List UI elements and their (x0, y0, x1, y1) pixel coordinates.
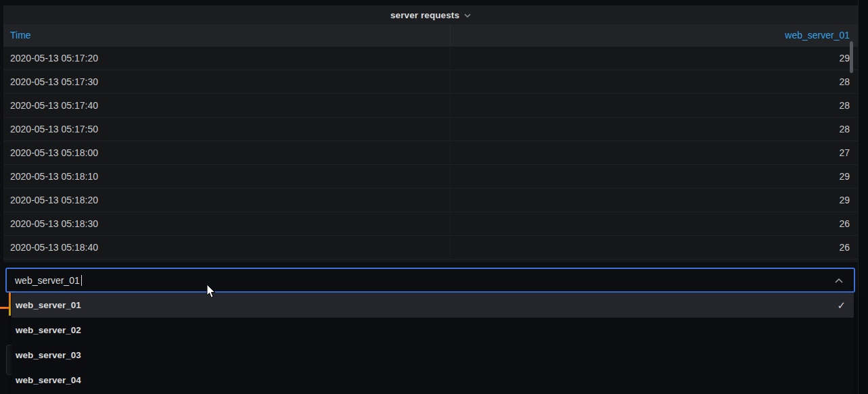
value-cell: 29 (450, 189, 858, 212)
dropdown-option[interactable]: web_server_01✓ (12, 293, 854, 318)
value-cell: 26 (450, 212, 858, 235)
value-cell: 28 (450, 94, 858, 117)
page-right-margin (858, 0, 868, 394)
chevron-down-icon (464, 14, 471, 18)
table-row: 2020-05-13 05:17:2029 (3, 47, 858, 70)
panel-header-menu[interactable]: server requests (3, 5, 858, 24)
dropdown-option[interactable]: web_server_03 (12, 343, 854, 368)
dropdown-option-label: web_server_03 (16, 343, 854, 368)
time-cell: 2020-05-13 05:18:40 (3, 242, 450, 253)
time-cell: 2020-05-13 05:17:20 (3, 53, 450, 64)
table-header: Time web_server_01 (3, 24, 858, 47)
time-cell: 2020-05-13 05:17:30 (3, 76, 450, 87)
server-requests-panel: server requests Time web_server_01 2020-… (3, 5, 858, 262)
table-row: 2020-05-13 05:17:4028 (3, 94, 858, 118)
table-row: 2020-05-13 05:18:4026 (3, 236, 858, 260)
table-row: 2020-05-13 05:18:3026 (3, 212, 858, 236)
series-color-marker (9, 293, 11, 316)
series-dropdown-menu: web_server_01✓web_server_02web_server_03… (12, 293, 854, 394)
table-row: 2020-05-13 05:17:3028 (3, 70, 858, 94)
value-cell: 27 (450, 141, 858, 164)
check-icon: ✓ (837, 293, 846, 318)
dropdown-option[interactable]: web_server_02 (12, 318, 854, 343)
text-caret (81, 275, 82, 286)
dropdown-option-label: web_server_04 (16, 368, 854, 393)
column-header-web-server-01[interactable]: web_server_01 (450, 24, 858, 46)
value-cell: 29 (450, 47, 858, 70)
panel-title: server requests (390, 10, 459, 20)
dropdown-option-label: web_server_02 (16, 318, 854, 343)
time-cell: 2020-05-13 05:17:50 (3, 124, 450, 134)
time-cell: 2020-05-13 05:18:20 (3, 195, 450, 205)
value-cell: 28 (450, 70, 858, 93)
mouse-cursor (206, 285, 216, 299)
dropdown-option-label: web_server_01 (16, 293, 837, 318)
table-scrollbar-thumb[interactable] (850, 41, 853, 73)
value-cell: 28 (450, 118, 858, 141)
table-body: 2020-05-13 05:17:20292020-05-13 05:17:30… (3, 47, 858, 260)
dropdown-option[interactable]: web_server_04 (12, 368, 854, 393)
time-cell: 2020-05-13 05:18:10 (3, 171, 450, 182)
column-header-time[interactable]: Time (3, 30, 450, 41)
chevron-up-icon[interactable] (835, 278, 843, 283)
time-cell: 2020-05-13 05:18:30 (3, 218, 450, 229)
time-cell: 2020-05-13 05:18:00 (3, 147, 450, 158)
series-select-value: web_server_01 (7, 275, 80, 286)
value-cell: 29 (450, 165, 858, 188)
value-cell: 26 (450, 236, 858, 259)
grafana-panel-edit-view: server requests Time web_server_01 2020-… (0, 0, 868, 394)
table-row: 2020-05-13 05:17:5028 (3, 118, 858, 141)
time-cell: 2020-05-13 05:17:40 (3, 100, 450, 111)
table-row: 2020-05-13 05:18:1029 (3, 165, 858, 189)
series-select-combobox[interactable]: web_server_01 (5, 268, 855, 293)
table-row: 2020-05-13 05:18:2029 (3, 189, 858, 212)
series-line-segment (0, 307, 9, 309)
table-row: 2020-05-13 05:18:0027 (3, 141, 858, 165)
